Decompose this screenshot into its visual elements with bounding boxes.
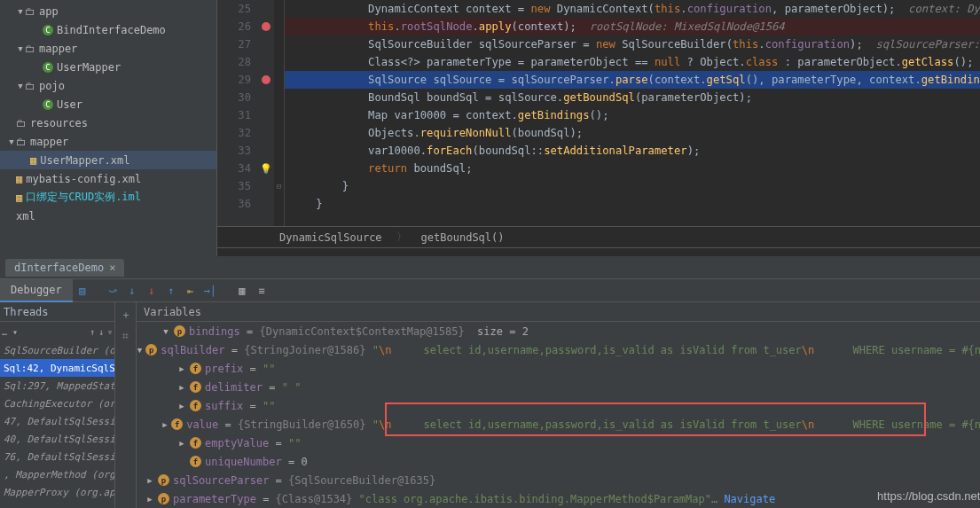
- folder-icon: 🗀: [16, 136, 27, 148]
- highlight-box: [385, 402, 926, 436]
- xml-icon: ▦: [30, 154, 36, 167]
- code-area[interactable]: 252627282930313233343536 💡 ⊟ DynamicCont…: [217, 0, 980, 226]
- field-icon: f: [190, 437, 201, 449]
- iml-icon: ▦: [16, 191, 22, 204]
- stack-frame[interactable]: , MapperMethod (org: [0, 465, 114, 483]
- add-watch-icon[interactable]: ＋: [121, 308, 131, 323]
- stack-frame[interactable]: Sql:42, DynamicSqlSou: [0, 359, 114, 377]
- variable-row[interactable]: funiqueNumber = 0: [137, 452, 980, 471]
- code-line[interactable]: }: [285, 195, 980, 213]
- layout-icon[interactable]: ▤: [73, 285, 92, 297]
- step-over-icon[interactable]: ⤻: [103, 285, 122, 297]
- gutter[interactable]: 252627282930313233343536: [217, 0, 258, 226]
- code-line[interactable]: Class<?> parameterType = parameterObject…: [285, 53, 980, 71]
- breadcrumb-item[interactable]: getBoundSql(): [421, 231, 505, 244]
- code-line[interactable]: Map var10000 = context.getBindings();: [285, 106, 980, 124]
- property-icon: p: [145, 344, 157, 356]
- filter-icon[interactable]: ▿: [107, 327, 113, 337]
- folder-icon: 🗀: [25, 80, 35, 92]
- folder-icon: 🗀: [25, 5, 35, 18]
- bulb-icon[interactable]: 💡: [260, 163, 272, 175]
- threads-label: Threads: [4, 306, 49, 318]
- xml-icon: ▦: [16, 173, 22, 185]
- variables-tree[interactable]: ▼pbindings = {DynamicContext$ContextMap@…: [137, 322, 980, 508]
- project-tree: ▼🗀appCBindInterfaceDemo▼🗀mapperCUserMapp…: [0, 0, 217, 256]
- variable-row[interactable]: ▼pbindings = {DynamicContext$ContextMap@…: [137, 322, 980, 340]
- code-line[interactable]: }: [285, 177, 980, 195]
- editor-pane: 252627282930313233343536 💡 ⊟ DynamicCont…: [217, 0, 980, 248]
- watermark: https://blog.csdn.net/qiuxinfa123: [877, 489, 980, 503]
- more-icon[interactable]: ≡: [252, 285, 271, 297]
- breadcrumb[interactable]: DynamicSqlSource 〉 getBoundSql(): [217, 226, 980, 247]
- step-out-icon[interactable]: ↑: [161, 285, 181, 297]
- step-into-icon[interactable]: ↓: [122, 285, 142, 297]
- chevron-right-icon: 〉: [396, 230, 407, 245]
- stack-frame[interactable]: 40, DefaultSqlSession: [0, 430, 114, 448]
- tab-debugger[interactable]: Debugger: [0, 279, 73, 302]
- link-icon[interactable]: ⌗: [122, 330, 129, 342]
- field-icon: f: [171, 418, 183, 430]
- variable-row[interactable]: ▶fdelimiter = " ": [137, 378, 980, 396]
- code-line[interactable]: Objects.requireNonNull(boundSql);: [285, 124, 980, 142]
- stack-frame[interactable]: SqlSourceBuilder (org: [0, 341, 114, 359]
- tree-node[interactable]: ▼🗀mapper: [0, 39, 216, 58]
- folder-icon: 🗀: [16, 117, 27, 129]
- field-icon: f: [190, 456, 201, 467]
- force-step-into-icon[interactable]: ↓: [142, 285, 161, 297]
- tree-node[interactable]: ▦UserMapper.xml: [0, 151, 216, 169]
- class-icon: C: [43, 99, 53, 110]
- dropdown-icon[interactable]: … ▾: [2, 327, 18, 337]
- tree-node[interactable]: CUser: [0, 95, 216, 113]
- run-to-cursor-icon[interactable]: →|: [200, 285, 220, 297]
- property-icon: p: [174, 325, 185, 337]
- code-line[interactable]: this.rootSqlNode.apply(context); rootSql…: [285, 18, 980, 35]
- tree-node[interactable]: ▼🗀app: [0, 2, 216, 20]
- variable-row[interactable]: ▶pparameterType = {Class@1534} "class or…: [137, 489, 980, 508]
- tree-node[interactable]: ▼🗀pojo: [0, 76, 216, 95]
- class-icon: C: [43, 25, 53, 35]
- tree-node[interactable]: ▼🗀mapper: [0, 132, 216, 151]
- breakpoint-icon[interactable]: [262, 22, 270, 31]
- variables-label: Variables: [144, 306, 201, 318]
- variable-row[interactable]: ▶femptyValue = "": [137, 434, 980, 452]
- debug-tool-window: dInterfaceDemo × Debugger ▤ ⤻ ↓ ↓ ↑ ⇤ →|…: [0, 256, 980, 508]
- property-icon: p: [158, 474, 169, 486]
- field-icon: f: [190, 381, 201, 393]
- field-icon: f: [190, 400, 201, 411]
- breakpoint-icon[interactable]: [262, 75, 270, 84]
- tree-node[interactable]: CBindInterfaceDemo: [0, 20, 216, 39]
- tree-node[interactable]: ▦口绑定与CRUD实例.iml: [0, 188, 216, 207]
- close-icon[interactable]: ×: [109, 262, 115, 274]
- code-line[interactable]: SqlSourceBuilder sqlSourceParser = new S…: [285, 35, 980, 53]
- code-line[interactable]: return boundSql;: [285, 160, 980, 177]
- fold-column[interactable]: ⊟: [274, 0, 285, 226]
- evaluate-icon[interactable]: ▦: [232, 285, 252, 297]
- tree-node[interactable]: xml: [0, 207, 216, 225]
- code-line[interactable]: BoundSql boundSql = sqlSource.getBoundSq…: [285, 89, 980, 106]
- tree-node[interactable]: CUserMapper: [0, 58, 216, 76]
- breadcrumb-item[interactable]: DynamicSqlSource: [279, 231, 382, 244]
- code-line[interactable]: SqlSource sqlSource = sqlSourceParser.pa…: [285, 71, 980, 89]
- tree-node[interactable]: ▦mybatis-config.xml: [0, 169, 216, 188]
- class-icon: C: [43, 62, 53, 73]
- field-icon: f: [190, 363, 201, 374]
- stack-frame[interactable]: MapperProxy (org.ap: [0, 483, 114, 501]
- stack-frame[interactable]: Sql:297, MappedState: [0, 377, 114, 395]
- gutter-markers[interactable]: 💡: [258, 0, 274, 226]
- stack-frame[interactable]: 47, DefaultSqlSession: [0, 412, 114, 430]
- drop-frame-icon[interactable]: ⇤: [181, 285, 200, 297]
- debug-session-tab[interactable]: dInterfaceDemo ×: [5, 259, 124, 277]
- variable-row[interactable]: ▶psqlSourceParser = {SqlSourceBuilder@16…: [137, 471, 980, 489]
- next-frame-icon[interactable]: ↓: [98, 327, 104, 337]
- variable-row[interactable]: ▼psqlBuilder = {StringJoiner@1586} "\n s…: [137, 340, 980, 359]
- code-line[interactable]: var10000.forEach(boundSql::setAdditional…: [285, 142, 980, 160]
- tree-node[interactable]: 🗀resources: [0, 113, 216, 132]
- frames-list[interactable]: SqlSourceBuilder (orgSql:42, DynamicSqlS…: [0, 341, 114, 501]
- property-icon: p: [158, 493, 169, 504]
- stack-frame[interactable]: CachingExecutor (org.: [0, 395, 114, 412]
- folder-icon: 🗀: [25, 43, 35, 55]
- prev-frame-icon[interactable]: ↑: [90, 327, 95, 337]
- variable-row[interactable]: ▶fprefix = "": [137, 359, 980, 378]
- stack-frame[interactable]: 76, DefaultSqlSession: [0, 448, 114, 465]
- code-line[interactable]: DynamicContext context = new DynamicCont…: [285, 0, 980, 18]
